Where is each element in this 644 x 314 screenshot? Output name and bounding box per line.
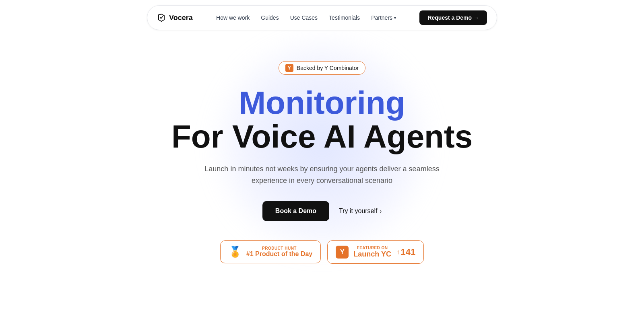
try-yourself-link[interactable]: Try it yourself › <box>339 207 382 215</box>
yc-badge: Y Backed by Y Combinator <box>279 61 365 75</box>
yc-count-arrow-icon: ↑ <box>397 248 400 256</box>
hero-title: Monitoring For Voice AI Agents <box>171 86 473 154</box>
nav-guides[interactable]: Guides <box>261 14 279 21</box>
ph-text: PRODUCT HUNT #1 Product of the Day <box>246 246 312 258</box>
medal-icon: 🏅 <box>229 246 242 258</box>
yc-badge-icon: Y <box>285 64 293 72</box>
hero-section: Y Backed by Y Combinator Monitoring For … <box>0 29 644 264</box>
hero-title-monitoring: Monitoring <box>171 86 473 120</box>
nav-how-we-work[interactable]: How we work <box>216 14 250 21</box>
hero-subtitle: Launch in minutes not weeks by ensuring … <box>197 163 447 187</box>
launch-yc-badge[interactable]: Y FEATURED ON Launch YC ↑ 141 <box>327 240 424 264</box>
nav-links: How we work Guides Use Cases Testimonial… <box>216 14 396 21</box>
hero-title-sub: For Voice AI Agents <box>171 120 473 154</box>
ph-value: #1 Product of the Day <box>246 250 312 258</box>
book-demo-button[interactable]: Book a Demo <box>262 201 329 221</box>
yc-count-number: 141 <box>401 247 416 257</box>
logo-icon <box>157 13 166 22</box>
navbar: Vocera How we work Guides Use Cases Test… <box>0 0 644 29</box>
yc-badge-text: Backed by Y Combinator <box>297 65 359 71</box>
yc-launch-text: FEATURED ON Launch YC <box>353 246 391 259</box>
chevron-down-icon: ▾ <box>394 16 396 20</box>
logo-text: Vocera <box>169 14 193 22</box>
product-hunt-badge[interactable]: 🏅 PRODUCT HUNT #1 Product of the Day <box>220 240 321 263</box>
try-arrow-icon: › <box>380 208 382 214</box>
nav-testimonials[interactable]: Testimonials <box>329 14 360 21</box>
request-demo-button[interactable]: Request a Demo → <box>419 10 487 25</box>
yc-launch-value: Launch YC <box>353 250 391 259</box>
badge-row: 🏅 PRODUCT HUNT #1 Product of the Day Y F… <box>220 240 424 264</box>
yc-launch-icon: Y <box>336 246 349 259</box>
logo-link[interactable]: Vocera <box>157 13 193 22</box>
nav-partners[interactable]: Partners ▾ <box>371 14 396 21</box>
nav-use-cases[interactable]: Use Cases <box>290 14 318 21</box>
yc-count: ↑ 141 <box>397 247 416 257</box>
yc-launch-label: FEATURED ON <box>353 246 391 250</box>
ph-label: PRODUCT HUNT <box>246 246 312 250</box>
hero-buttons: Book a Demo Try it yourself › <box>262 201 382 221</box>
